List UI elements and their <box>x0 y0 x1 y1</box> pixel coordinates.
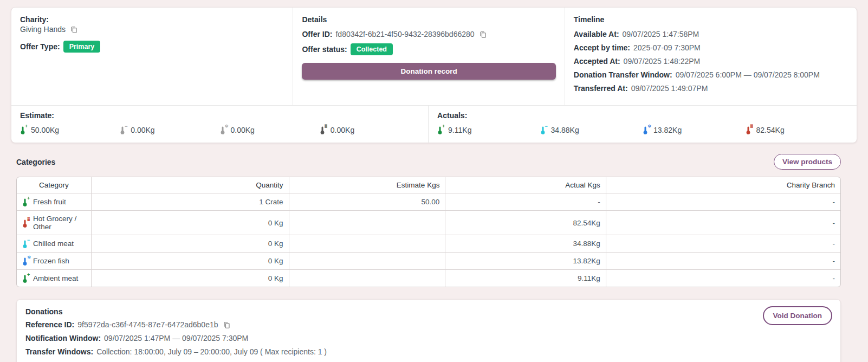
charity-branch-cell: - <box>606 253 840 270</box>
col-header-quantity: Quantity <box>91 177 289 193</box>
thermometer-heat-icon: iii <box>22 218 31 228</box>
weight-value: 13.82Kg <box>653 126 682 134</box>
offer-details-page: Charity: Giving Hands Offer Type: Primar… <box>0 0 868 362</box>
timeline-row-label: Accept by time: <box>574 43 630 53</box>
offer-summary-top-row: Charity: Giving Hands Offer Type: Primar… <box>11 8 857 105</box>
view-products-button[interactable]: View products <box>774 154 841 170</box>
actual-kgs-cell: 13.82Kg <box>445 253 605 270</box>
charity-branch-cell: - <box>606 211 840 235</box>
quantity-cell: 0 Kg <box>91 211 289 235</box>
quantity-cell: 0 Kg <box>91 270 289 287</box>
table-row: ❄Frozen fish 0 Kg 13.82Kg - <box>17 253 840 270</box>
charity-branch-cell: - <box>606 235 840 253</box>
donations-title: Donations <box>25 307 832 316</box>
categories-table: Category Quantity Estimate Kgs Actual Kg… <box>16 177 841 287</box>
charity-label: Charity: <box>20 15 284 24</box>
transfer-windows-label: Transfer Windows: <box>25 347 93 357</box>
timeline-section: Timeline Available At:09/07/2025 1:47:58… <box>565 8 857 105</box>
transfer-windows-value: Collection: 18:00:00, July 09 – 20:00:00… <box>96 347 327 357</box>
charity-name: Giving Hands <box>20 25 66 34</box>
offer-type-badge: Primary <box>63 41 101 53</box>
quantity-cell: 0 Kg <box>91 253 289 270</box>
weights-strip: Estimate: + 50.00Kg − 0.00Kg ❄ 0.00Kg <box>11 105 857 143</box>
weight-value: 0.00Kg <box>331 126 354 134</box>
estimate-kgs-cell <box>289 235 445 253</box>
col-header-category: Category <box>17 177 91 193</box>
thermometer-snowflake-icon: ❄ <box>22 256 31 266</box>
actuals-ambient: + 9.11Kg <box>437 125 540 134</box>
thermometer-heat-icon: iii <box>320 125 329 134</box>
estimate-kgs-cell <box>289 253 445 270</box>
actual-kgs-cell: 34.88Kg <box>445 235 605 253</box>
weight-value: 9.11Kg <box>448 126 471 134</box>
actuals-hot: iii 82.54Kg <box>746 125 848 134</box>
timeline-title: Timeline <box>574 15 848 24</box>
timeline-row-label: Available At: <box>574 30 619 39</box>
category-name: Chilled meat <box>33 240 74 248</box>
timeline-row-label: Donation Transfer Window: <box>574 70 672 80</box>
actuals-chilled: − 34.88Kg <box>540 125 643 134</box>
copy-icon[interactable] <box>223 321 230 329</box>
category-name: Frozen fish <box>33 257 69 265</box>
thermometer-snowflake-icon: ❄ <box>220 125 229 134</box>
copy-icon[interactable] <box>480 31 487 38</box>
offer-type-label: Offer Type: <box>20 42 60 51</box>
copy-icon[interactable] <box>70 26 77 34</box>
table-row: iiiHot Grocery / Other 0 Kg 82.54Kg - <box>17 211 840 235</box>
thermometer-minus-icon: − <box>22 239 31 248</box>
thermometer-heat-icon: iii <box>746 125 755 134</box>
table-row: −Chilled meat 0 Kg 34.88Kg - <box>17 235 840 253</box>
actual-kgs-cell: - <box>445 193 605 211</box>
thermometer-minus-icon: − <box>120 125 129 134</box>
estimate-frozen: ❄ 0.00Kg <box>220 125 320 134</box>
actuals-frozen: ❄ 13.82Kg <box>643 125 745 134</box>
table-row: +Fresh fruit 1 Crate 50.00 - - <box>17 193 840 211</box>
timeline-row-value: 2025-07-09 7:30PM <box>633 43 701 53</box>
actuals-section: Actuals: + 9.11Kg − 34.88Kg ❄ 13.82Kg <box>428 106 857 143</box>
weight-value: 82.54Kg <box>756 126 785 134</box>
offer-status-badge: Collected <box>351 43 393 55</box>
actuals-label: Actuals: <box>437 111 848 120</box>
details-title: Details <box>302 15 555 24</box>
col-header-actual-kgs: Actual Kgs <box>445 177 605 193</box>
details-section: Details Offer ID: fd80342f-6b21-4f50-943… <box>293 8 565 105</box>
col-header-estimate-kgs: Estimate Kgs <box>289 177 445 193</box>
category-name: Ambient meat <box>33 274 78 282</box>
timeline-row-value: 09/07/2025 1:47:58PM <box>623 30 699 39</box>
timeline-row-value: 09/07/2025 1:48:22PM <box>624 57 701 66</box>
weight-value: 34.88Kg <box>551 126 579 134</box>
notification-window-value: 09/07/2025 1:47PM — 09/07/2025 7:30PM <box>104 334 248 343</box>
offer-id-label: Offer ID: <box>302 30 332 39</box>
timeline-row-label: Transferred At: <box>574 84 628 93</box>
quantity-cell: 1 Crate <box>91 193 289 211</box>
timeline-row-label: Accepted At: <box>574 57 620 66</box>
thermometer-plus-icon: + <box>20 125 29 134</box>
categories-title: Categories <box>16 158 55 166</box>
charity-section: Charity: Giving Hands Offer Type: Primar… <box>11 8 293 105</box>
estimate-label: Estimate: <box>20 111 419 120</box>
timeline-row-value: 09/07/2025 1:49:07PM <box>631 84 708 93</box>
category-name: Hot Grocery / Other <box>33 215 86 231</box>
weight-value: 0.00Kg <box>131 126 154 134</box>
category-name: Fresh fruit <box>33 198 66 206</box>
notification-window-label: Notification Window: <box>25 334 101 343</box>
charity-branch-cell: - <box>606 193 840 211</box>
weight-value: 0.00Kg <box>231 126 255 134</box>
charity-branch-cell: - <box>606 270 840 287</box>
donations-card: Void Donation Donations Reference ID: 9f… <box>16 299 841 362</box>
table-row: +Ambient meat 0 Kg 9.11Kg - <box>17 270 840 287</box>
donation-record-button[interactable]: Donation record <box>302 63 555 80</box>
estimate-hot: iii 0.00Kg <box>320 125 419 134</box>
reference-id-label: Reference ID: <box>25 320 74 329</box>
void-donation-button[interactable]: Void Donation <box>763 306 833 325</box>
estimate-chilled: − 0.00Kg <box>120 125 219 134</box>
offer-id-value: fd80342f-6b21-4f50-9432-28396bd66280 <box>335 30 474 39</box>
estimate-ambient: + 50.00Kg <box>20 125 120 134</box>
thermometer-snowflake-icon: ❄ <box>643 125 652 134</box>
estimate-kgs-cell <box>289 270 445 287</box>
thermometer-plus-icon: + <box>437 125 446 134</box>
weight-value: 50.00Kg <box>31 126 59 134</box>
thermometer-plus-icon: + <box>22 274 31 283</box>
timeline-row-value: 09/07/2025 6:00PM — 09/07/2025 8:00PM <box>676 70 820 80</box>
actual-kgs-cell: 82.54Kg <box>445 211 605 235</box>
